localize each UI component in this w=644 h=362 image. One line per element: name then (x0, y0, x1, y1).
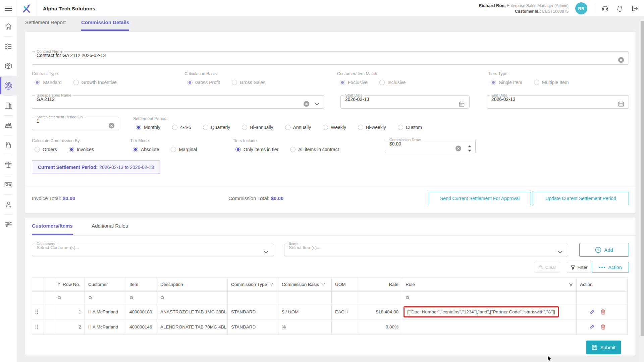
send-settlement-approval-button[interactable]: Send Current Settlement For Approval (429, 192, 531, 205)
contract-name-field[interactable]: Contract Name ✕ (32, 49, 629, 65)
sidebar-item-reports[interactable] (0, 175, 17, 194)
submit-button[interactable]: Submit (586, 341, 621, 354)
radio-gross-profit[interactable]: Gross Profit (184, 80, 220, 85)
customers-select[interactable]: Customers Select Customer(s)... (32, 242, 274, 256)
salespersons-chevron-down-icon[interactable] (315, 102, 319, 105)
avatar[interactable]: RR (575, 2, 587, 14)
items-chevron-down-icon[interactable] (558, 250, 562, 253)
rule-highlight-box[interactable]: [["Doc. Number","contains","1234"],"and"… (404, 306, 559, 317)
salespersons-name-input[interactable] (37, 97, 308, 102)
vertical-scrollbar-thumb[interactable] (641, 21, 644, 336)
cell-rule[interactable]: [["Doc. Number","contains","1234"],"and"… (402, 304, 577, 319)
contract-name-clear-icon[interactable]: ✕ (618, 57, 624, 63)
radio-quarterly[interactable]: Quarterly (200, 125, 230, 130)
sidebar-item-home[interactable] (0, 17, 17, 36)
drag-handle[interactable] (32, 319, 44, 335)
action-button[interactable]: ••• Action (592, 262, 629, 273)
clear-button[interactable]: Clear (534, 262, 560, 273)
radio-only-items-in-tier[interactable]: Only items in tier (233, 147, 278, 152)
customers-chevron-down-icon[interactable] (264, 250, 268, 253)
edit-pencil-icon[interactable] (589, 324, 595, 330)
radio-standard[interactable]: Standard (32, 80, 62, 85)
add-button[interactable]: Add (579, 243, 629, 257)
col-customer[interactable]: Customer (85, 278, 126, 292)
commission-draw-field[interactable]: Commission Draw ✕ (385, 138, 476, 153)
items-select[interactable]: Items Select Item(s)... (284, 242, 568, 256)
sidebar-item-commissions[interactable] (0, 76, 17, 96)
col-commission-type[interactable]: Commission Type (228, 278, 278, 292)
sidebar-item-package[interactable] (0, 56, 17, 76)
radio-bi-annually[interactable]: Bi-annually (239, 125, 273, 130)
cell-rule[interactable] (402, 319, 577, 335)
radio-4-4-5[interactable]: 4-4-5 (169, 125, 191, 130)
tab-commission-details[interactable]: Commission Details (81, 19, 129, 31)
sidebar-item-debit-credit-ledger[interactable]: D C (0, 155, 17, 175)
radio-weekly[interactable]: Weekly (320, 125, 346, 130)
radio-bi-weekly[interactable]: Bi-weekly (355, 125, 386, 130)
col-item[interactable]: Item (126, 278, 157, 292)
update-settlement-period-button[interactable]: Update Current Settlement Period (533, 192, 629, 205)
rule-filter-icon[interactable] (569, 283, 573, 287)
contract-name-input[interactable] (37, 53, 613, 58)
tab-settlement-report[interactable]: Settlement Report (25, 19, 66, 31)
radio-orders[interactable]: Orders (32, 147, 57, 152)
tab-additional-rules[interactable]: Additional Rules (92, 223, 128, 234)
commission-draw-stepper[interactable] (468, 145, 471, 152)
search-item[interactable] (126, 292, 157, 304)
start-date-input[interactable] (345, 97, 453, 102)
col-uom[interactable]: UOM (332, 278, 357, 292)
tab-customers-items[interactable]: Customers/Items (32, 223, 73, 235)
radio-inclusive[interactable]: Inclusive (377, 80, 406, 85)
radio-single-item[interactable]: Single Item (488, 80, 522, 85)
sidebar-item-company[interactable] (0, 96, 17, 115)
radio-multiple-item[interactable]: Multiple Item (531, 80, 569, 85)
sidebar-item-purchases[interactable] (0, 135, 17, 155)
radio-exclusive[interactable]: Exclusive (337, 80, 368, 85)
search-rule[interactable] (402, 292, 577, 304)
col-commission-basis[interactable]: Commission Basis (278, 278, 332, 292)
edit-pencil-icon[interactable] (589, 309, 595, 315)
delete-trash-icon[interactable] (600, 324, 606, 330)
hamburger-menu-icon[interactable] (0, 0, 17, 17)
start-settlement-clear-icon[interactable]: ✕ (109, 123, 114, 128)
col-rule[interactable]: Rule (402, 278, 577, 292)
filter-button[interactable]: Filter (567, 262, 591, 273)
sidebar-item-preferences[interactable] (0, 215, 17, 234)
col-row-no[interactable]: Row No. (54, 278, 85, 292)
radio-absolute[interactable]: Absolute (130, 147, 159, 152)
start-date-field[interactable]: Start Date (340, 93, 470, 109)
headset-icon[interactable] (601, 4, 609, 12)
start-date-calendar-icon[interactable] (459, 101, 465, 107)
sidebar-item-checklist[interactable] (0, 37, 17, 56)
end-date-calendar-icon[interactable] (618, 101, 624, 107)
logout-icon[interactable] (631, 4, 639, 12)
start-settlement-period-field[interactable]: Start Settlement Period On ✕ (32, 115, 119, 130)
delete-trash-icon[interactable] (600, 309, 606, 315)
commission-draw-input[interactable] (389, 141, 443, 146)
commission-type-filter-icon[interactable] (269, 283, 273, 287)
commission-draw-clear-icon[interactable]: ✕ (455, 145, 461, 151)
start-settlement-period-input[interactable] (37, 118, 103, 124)
commission-basis-filter-icon[interactable] (321, 283, 325, 287)
salespersons-clear-icon[interactable]: ✕ (304, 101, 309, 107)
radio-gross-sales[interactable]: Gross Sales (229, 80, 265, 85)
col-description[interactable]: Description (157, 278, 228, 292)
drag-handle[interactable] (32, 304, 44, 319)
search-customer[interactable] (85, 292, 126, 304)
sidebar-item-cash-register[interactable] (0, 116, 17, 135)
radio-annually[interactable]: Annually (282, 125, 311, 130)
radio-marginal[interactable]: Marginal (168, 147, 197, 152)
col-rate[interactable]: Rate (357, 278, 402, 292)
search-description[interactable] (157, 292, 228, 304)
radio-all-items-in-contract[interactable]: All items in contract (287, 147, 339, 152)
radio-monthly[interactable]: Monthly (133, 125, 160, 130)
sidebar-item-add-user[interactable] (0, 195, 17, 214)
app-logo[interactable] (17, 0, 36, 17)
radio-growth-incentive[interactable]: Growth Incentive (71, 80, 117, 85)
salespersons-name-field[interactable]: Salespersons Name ✕ (32, 93, 324, 109)
end-date-field[interactable]: End Date (487, 93, 629, 109)
radio-custom[interactable]: Custom (395, 125, 422, 130)
search-row-no[interactable] (54, 292, 85, 304)
radio-invoices[interactable]: Invoices (66, 147, 94, 152)
end-date-input[interactable] (491, 97, 613, 102)
